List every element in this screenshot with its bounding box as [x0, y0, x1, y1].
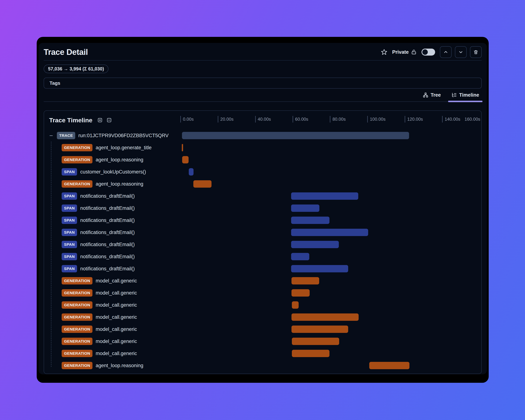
row-label: SPANcustomer_lookUpCustomers() [44, 166, 180, 178]
observation-name: model_call.generic [95, 278, 137, 284]
observation-type-badge: GENERATION [62, 180, 93, 188]
timeline-title: Trace Timeline [49, 117, 93, 124]
row-track [180, 263, 481, 275]
timeline-row[interactable]: SPANnotifications_draftEmail() [44, 238, 481, 251]
axis-tick: 140.00s [442, 116, 460, 122]
page-title: Trace Detail [44, 47, 88, 57]
observation-name: model_call.generic [95, 302, 137, 308]
observation-name: agent_loop.reasoning [95, 157, 143, 163]
collapse-all-button[interactable] [106, 117, 112, 123]
row-track [180, 287, 481, 299]
observation-type-badge: GENERATION [62, 277, 93, 284]
star-icon[interactable] [381, 49, 387, 55]
trace-timeline-card: Trace Timeline [44, 110, 482, 374]
duration-bar[interactable] [291, 205, 319, 212]
observation-type-badge: SPAN [62, 205, 77, 212]
duration-bar[interactable] [291, 313, 359, 321]
duration-bar[interactable] [292, 338, 339, 345]
duration-bar[interactable] [291, 229, 368, 236]
timeline-row[interactable]: −TRACErun:01JCTPR9VD06FD2ZBB5VCT5QRV [44, 130, 481, 142]
duration-bar[interactable] [369, 362, 409, 369]
row-track [180, 299, 481, 311]
timeline-row[interactable]: GENERATIONmodel_call.generic [44, 323, 481, 335]
observation-name: notifications_draftEmail() [80, 217, 135, 223]
row-label: GENERATIONagent_loop.reasoning [44, 178, 180, 190]
tree-icon [423, 92, 428, 98]
row-label: GENERATIONmodel_call.generic [44, 335, 180, 347]
duration-bar[interactable] [291, 241, 339, 248]
header-divider [44, 60, 482, 61]
timeline-row[interactable]: SPANcustomer_lookUpCustomers() [44, 166, 481, 178]
duration-bar[interactable] [189, 168, 194, 176]
duration-bar[interactable] [291, 217, 329, 224]
axis-tick: 80.00s [330, 116, 346, 122]
timeline-row[interactable]: SPANnotifications_draftEmail() [44, 202, 481, 214]
row-track [180, 359, 481, 372]
timeline-row[interactable]: SPANnotifications_draftEmail() [44, 190, 481, 202]
row-track [180, 347, 481, 359]
observation-type-badge: GENERATION [62, 289, 93, 297]
timeline-row[interactable]: GENERATIONagent_loop.reasoning [44, 154, 481, 166]
previous-trace-button[interactable] [440, 46, 452, 58]
row-label: GENERATIONmodel_call.generic [44, 287, 180, 299]
row-label: GENERATIONmodel_call.generic [44, 347, 180, 359]
delete-trace-button[interactable] [470, 46, 482, 58]
privacy-toggle[interactable] [422, 49, 435, 56]
observation-name: model_call.generic [95, 290, 137, 296]
duration-bar[interactable] [291, 253, 309, 260]
duration-bar[interactable] [182, 144, 183, 151]
duration-bar[interactable] [182, 132, 409, 139]
tags-box[interactable]: Tags [44, 78, 482, 89]
timeline-row[interactable]: SPANnotifications_draftEmail() [44, 251, 481, 263]
row-label: GENERATIONmodel_call.generic [44, 275, 180, 287]
row-label: GENERATIONagent_loop.reasoning [44, 154, 180, 166]
duration-bar[interactable] [291, 265, 348, 272]
next-trace-button[interactable] [455, 46, 467, 58]
timeline-row[interactable]: GENERATIONagent_loop.reasoning [44, 178, 481, 190]
tab-tree[interactable]: Tree [421, 89, 443, 102]
duration-bar[interactable] [193, 180, 212, 188]
row-track [180, 226, 481, 238]
minus-square-icon [106, 117, 112, 123]
row-label: SPANnotifications_draftEmail() [44, 190, 180, 202]
observation-name: run:01JCTPR9VD06FD2ZBB5VCT5QRV [78, 133, 169, 139]
trace-detail-window: Trace Detail Private [37, 37, 489, 383]
observation-type-badge: GENERATION [62, 313, 93, 321]
row-label: GENERATIONmodel_call.generic [44, 299, 180, 311]
timeline-row[interactable]: GENERATIONmodel_call.generic [44, 275, 481, 287]
axis-tick: 60.00s [293, 116, 308, 122]
tree-guide-line [51, 142, 51, 367]
timeline-row[interactable]: GENERATIONmodel_call.generic [44, 299, 481, 311]
duration-bar[interactable] [292, 301, 299, 309]
duration-bar[interactable] [291, 326, 348, 333]
expand-all-button[interactable] [97, 117, 103, 123]
observation-type-badge: GENERATION [62, 301, 93, 309]
timeline-row[interactable]: SPANnotifications_draftEmail() [44, 226, 481, 238]
duration-bar[interactable] [291, 192, 358, 200]
axis-tick: 0.00s [180, 116, 194, 122]
row-label: SPANnotifications_draftEmail() [44, 263, 180, 275]
timeline-row[interactable]: GENERATIONagent_loop.generate_title [44, 142, 481, 154]
timeline-row[interactable]: GENERATIONagent_loop.reasoning [44, 359, 481, 372]
timeline-row[interactable]: GENERATIONmodel_call.generic [44, 335, 481, 347]
tab-timeline[interactable]: Timeline [449, 89, 481, 102]
observation-type-badge: TRACE [57, 132, 75, 139]
timeline-row[interactable]: GENERATIONmodel_call.generic [44, 347, 481, 359]
observation-type-badge: GENERATION [62, 362, 93, 369]
timeline-row[interactable]: SPANnotifications_draftEmail() [44, 263, 481, 275]
token-usage-badge[interactable]: 57,036 → 3,994 (Σ 61,030) [44, 65, 108, 73]
duration-bar[interactable] [182, 156, 188, 163]
timeline-icon [451, 92, 457, 98]
window-header: Trace Detail Private [44, 46, 482, 58]
timeline-row[interactable]: GENERATIONmodel_call.generic [44, 311, 481, 323]
collapse-trace-icon[interactable]: − [49, 132, 54, 139]
duration-bar[interactable] [291, 277, 319, 284]
duration-bar[interactable] [291, 289, 310, 297]
desktop-background: Trace Detail Private [0, 0, 525, 420]
row-track [180, 190, 481, 202]
row-track [180, 323, 481, 335]
timeline-row[interactable]: SPANnotifications_draftEmail() [44, 214, 481, 226]
timeline-row[interactable]: GENERATIONmodel_call.generic [44, 287, 481, 299]
duration-bar[interactable] [292, 350, 329, 357]
lock-icon [411, 49, 417, 55]
